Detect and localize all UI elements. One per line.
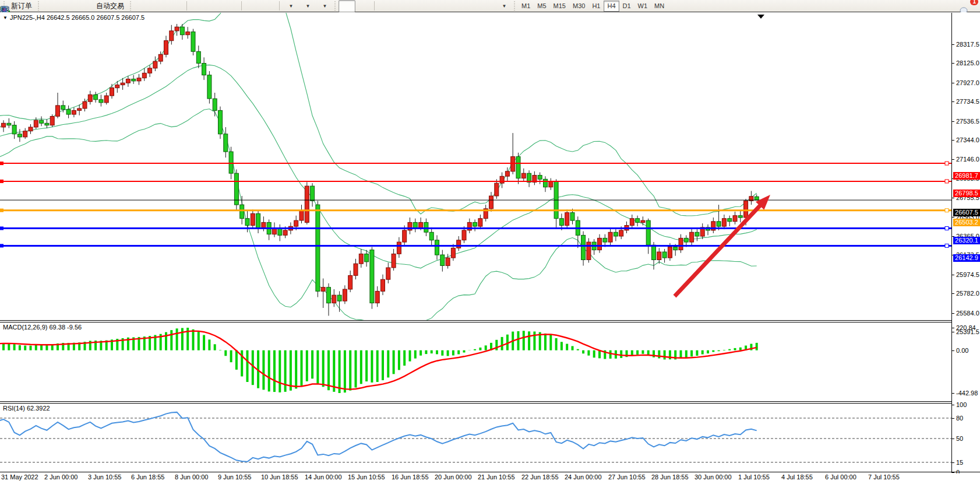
candle-bullish [332, 295, 336, 303]
timeframe-button-m15[interactable]: M15 [550, 1, 569, 12]
line-anchor[interactable] [945, 227, 949, 230]
candle-bullish [164, 41, 168, 55]
line-chart-button[interactable] [168, 0, 185, 12]
price-tick-label: 28317.5 [956, 41, 979, 48]
trendline-button[interactable] [410, 0, 427, 12]
macd-tick-label: -442.98 [956, 390, 978, 397]
time-axis-label: 6 Jul 00:00 [825, 474, 856, 481]
candle-bearish [202, 64, 206, 75]
dropdown-arrow-icon: ▼ [323, 3, 327, 9]
panel-separator[interactable] [0, 320, 951, 321]
timeframe-button-mn[interactable]: MN [651, 1, 668, 12]
data-window-button[interactable] [59, 0, 76, 12]
candle-bullish [381, 279, 385, 291]
timeframe-group: M1M5M15M30H1H4D1W1MN [518, 1, 668, 12]
cursor-button[interactable] [339, 0, 355, 12]
bar-chart-button[interactable] [134, 0, 151, 12]
toolbar-separator [279, 1, 280, 10]
macd-tick-label: 220.84 [956, 324, 976, 331]
time-axis[interactable]: 31 May 20222 Jun 00:003 Jun 10:556 Jun 1… [0, 474, 980, 484]
chart-shift-button[interactable] [260, 0, 277, 12]
zoom-in-button[interactable] [189, 0, 206, 12]
line-anchor[interactable] [945, 162, 949, 165]
horizontal-line-button[interactable] [393, 0, 410, 12]
text-button[interactable]: A [461, 0, 478, 12]
line-anchor[interactable] [0, 244, 3, 247]
candle-bearish [603, 238, 607, 242]
indicators-button[interactable]: ▼ [281, 0, 298, 12]
price-tick [951, 198, 954, 198]
candle-bearish [7, 123, 11, 125]
macd-panel[interactable] [0, 322, 951, 401]
line-anchor[interactable] [945, 209, 949, 212]
candle-bearish [538, 176, 542, 180]
candle-bearish [316, 205, 320, 291]
line-anchor[interactable] [945, 180, 949, 183]
candle-bearish [365, 254, 369, 262]
equidistant-channel-button[interactable]: E [427, 0, 444, 12]
candle-bullish [170, 31, 174, 41]
text-label-button[interactable]: T [478, 0, 495, 12]
candle-bullish [375, 291, 379, 303]
timeframe-button-m1[interactable]: M1 [518, 1, 534, 12]
chart-area[interactable]: ▼ JPN225-,H4 26642.5 26665.0 26607.5 266… [0, 12, 980, 484]
last-bar-marker-icon [757, 15, 764, 19]
chat-button[interactable]: 1 [958, 0, 975, 12]
candle-bearish [684, 238, 688, 242]
search-button[interactable] [942, 0, 958, 12]
candle-bullish [403, 230, 407, 242]
time-axis-label: 31 May 2022 [1, 474, 38, 481]
candle-bearish [636, 219, 640, 223]
line-anchor[interactable] [945, 244, 949, 247]
trend-arrow-shaft[interactable] [675, 204, 762, 296]
price-tick [951, 44, 954, 45]
vertical-line-button[interactable] [376, 0, 393, 12]
candle-bullish [722, 219, 726, 227]
new-order-button[interactable]: 新订单 [8, 0, 36, 12]
candle-bullish [397, 242, 401, 254]
timeframe-button-m5[interactable]: M5 [534, 1, 549, 12]
candle-bearish [370, 250, 374, 303]
line-anchor[interactable] [0, 180, 3, 183]
fibonacci-button[interactable]: F [444, 0, 461, 12]
timeframe-button-w1[interactable]: W1 [634, 1, 651, 12]
timeframe-button-d1[interactable]: D1 [619, 1, 634, 12]
candle-bullish [34, 120, 38, 127]
line-anchor[interactable] [0, 162, 3, 165]
tile-windows-button[interactable] [223, 0, 239, 12]
time-axis-label: 3 Jun 10:55 [88, 474, 122, 481]
zoom-out-button[interactable] [206, 0, 223, 12]
market-watch-button[interactable] [42, 0, 59, 12]
crosshair-button[interactable] [355, 0, 372, 12]
candle-bullish [88, 94, 92, 101]
candle-bearish [413, 222, 417, 228]
line-anchor[interactable] [0, 209, 3, 212]
autotrading-button[interactable]: 自动交易 [93, 0, 128, 12]
candle-bearish [695, 232, 699, 236]
time-axis-label: 30 Jun 00:00 [695, 474, 732, 481]
collapse-arrow-icon[interactable]: ▼ [3, 15, 8, 20]
candle-bullish [668, 247, 672, 258]
candle-bullish [115, 85, 119, 88]
candle-bullish [273, 229, 277, 234]
templates-button[interactable]: ▼ [315, 0, 332, 12]
timeframe-button-h1[interactable]: H1 [588, 1, 604, 12]
line-anchor[interactable] [0, 227, 3, 230]
rsi-panel[interactable] [0, 404, 951, 471]
panel-separator[interactable] [0, 401, 951, 402]
signal-button[interactable] [76, 0, 93, 12]
candle-bullish [83, 101, 87, 108]
candlestick-chart-button[interactable] [151, 0, 168, 12]
timeframe-button-m30[interactable]: M30 [569, 1, 588, 12]
timeframe-button-h4[interactable]: H4 [604, 1, 619, 12]
rsi-tick [951, 418, 954, 419]
candle-bullish [457, 240, 461, 248]
arrows-button[interactable]: ▼ [495, 0, 512, 12]
price-chart[interactable] [0, 13, 951, 320]
time-axis-label: 14 Jun 00:00 [305, 474, 342, 481]
candle-bearish [191, 32, 195, 52]
candle-bullish [321, 287, 325, 292]
auto-scroll-button[interactable] [244, 0, 260, 12]
candle-bullish [608, 232, 612, 242]
periods-button[interactable]: ▼ [298, 0, 315, 12]
